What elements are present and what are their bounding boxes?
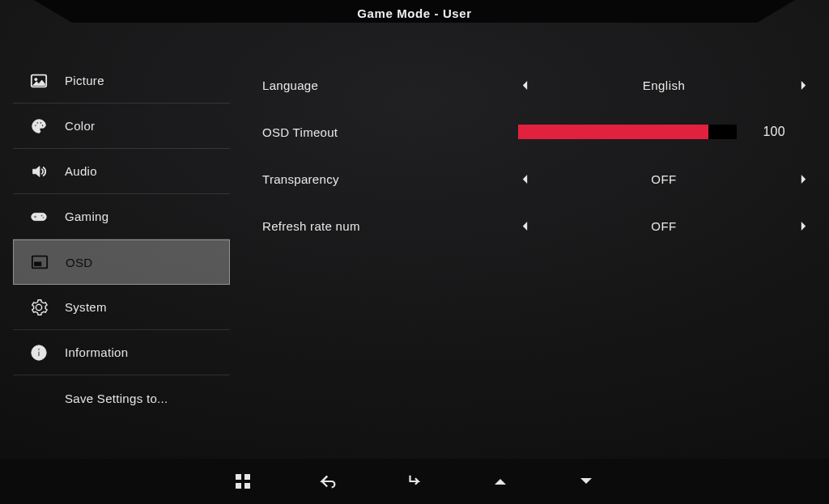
setting-row-language: Language English: [259, 61, 810, 108]
setting-label: Transparency: [259, 172, 518, 186]
picture-icon: [28, 71, 50, 91]
sidebar-item-system[interactable]: System: [13, 285, 230, 330]
down-button[interactable]: [576, 471, 597, 492]
sidebar-item-osd[interactable]: OSD: [13, 239, 230, 285]
sidebar-item-label: Color: [65, 119, 95, 133]
svg-point-10: [42, 216, 44, 218]
slider-fill: [518, 125, 708, 139]
back-button[interactable]: [318, 471, 339, 492]
chevron-left-icon[interactable]: [518, 219, 531, 232]
sidebar-item-audio[interactable]: Audio: [13, 149, 230, 194]
setting-label: Refresh rate num: [259, 219, 518, 233]
svg-point-15: [38, 348, 40, 349]
osd-timeout-value: 100: [753, 125, 785, 139]
sidebar-item-label: Picture: [65, 74, 104, 87]
svg-point-2: [35, 124, 36, 125]
sidebar-item-save-settings[interactable]: Save Settings to...: [13, 375, 230, 421]
bottom-nav: [0, 459, 829, 504]
setting-row-transparency: Transparency OFF: [259, 155, 810, 202]
sidebar-item-label: Gaming: [65, 210, 108, 223]
svg-point-1: [35, 78, 37, 80]
svg-point-9: [41, 214, 43, 216]
chevron-right-icon[interactable]: [797, 219, 810, 232]
settings-panel: Language English OSD Timeout 100: [259, 61, 810, 249]
refresh-rate-selector[interactable]: OFF: [518, 219, 810, 233]
sidebar: Picture Color Audio Gaming OSD: [13, 58, 230, 421]
sidebar-item-color[interactable]: Color: [13, 104, 230, 149]
chevron-left-icon[interactable]: [518, 78, 531, 91]
svg-point-4: [40, 121, 41, 123]
svg-rect-8: [34, 216, 37, 218]
sidebar-item-label: Save Settings to...: [65, 392, 168, 405]
setting-label: OSD Timeout: [259, 125, 518, 139]
refresh-rate-value: OFF: [531, 219, 797, 233]
sidebar-item-gaming[interactable]: Gaming: [13, 194, 230, 239]
menu-button[interactable]: [232, 471, 253, 492]
svg-rect-12: [35, 262, 41, 266]
svg-point-5: [41, 124, 43, 125]
palette-icon: [28, 116, 50, 136]
page-title: Game Mode - User: [0, 6, 829, 20]
setting-row-osd-timeout: OSD Timeout 100: [259, 108, 810, 155]
sidebar-item-information[interactable]: Information: [13, 330, 230, 375]
setting-row-refresh-rate-num: Refresh rate num OFF: [259, 202, 810, 249]
speaker-icon: [28, 162, 50, 181]
setting-label: Language: [259, 78, 518, 92]
transparency-selector[interactable]: OFF: [518, 172, 810, 186]
sidebar-item-label: Audio: [65, 164, 97, 178]
gear-icon: [28, 298, 50, 317]
svg-rect-19: [244, 483, 250, 489]
osd-timeout-slider[interactable]: [518, 125, 737, 139]
svg-rect-16: [236, 474, 241, 480]
svg-rect-17: [244, 474, 250, 480]
sidebar-item-label: OSD: [66, 256, 92, 269]
language-selector[interactable]: English: [518, 78, 810, 92]
svg-rect-18: [236, 483, 241, 489]
language-value: English: [531, 78, 797, 92]
up-button[interactable]: [490, 471, 511, 492]
chevron-left-icon[interactable]: [518, 172, 531, 185]
chevron-right-icon[interactable]: [797, 172, 810, 185]
gamepad-icon: [28, 207, 50, 227]
svg-rect-14: [38, 351, 40, 356]
chevron-right-icon[interactable]: [797, 78, 810, 91]
sidebar-item-label: Information: [65, 345, 128, 359]
svg-point-3: [36, 121, 38, 123]
enter-button[interactable]: [404, 471, 425, 492]
sidebar-item-label: System: [65, 300, 107, 314]
info-icon: [28, 343, 50, 362]
sidebar-item-picture[interactable]: Picture: [13, 58, 230, 104]
transparency-value: OFF: [531, 172, 797, 186]
osd-icon: [28, 252, 51, 272]
